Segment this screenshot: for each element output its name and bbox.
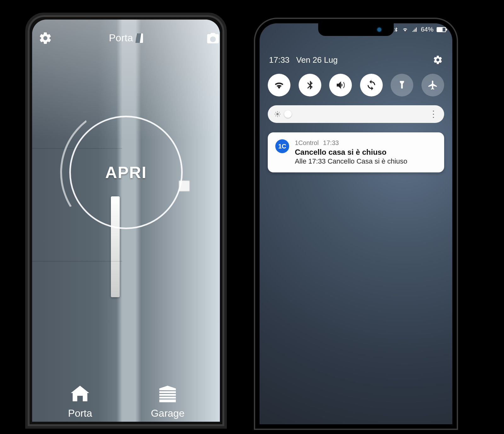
notification-shade-header: 17:33 Ven 26 Lug xyxy=(269,55,443,65)
notification-time: 17:33 xyxy=(323,139,339,147)
bottom-tab-bar: Porta Garage xyxy=(32,377,220,422)
tab-garage[interactable]: Garage xyxy=(151,383,185,419)
bluetooth-status-icon xyxy=(393,27,399,32)
brightness-thumb[interactable] xyxy=(284,110,292,118)
tab-porta-label: Porta xyxy=(68,408,92,419)
brightness-low-icon xyxy=(274,111,281,118)
phone-notch xyxy=(318,23,394,36)
phone-left: Porta APRI Porta Garage xyxy=(25,13,227,429)
qs-sound[interactable] xyxy=(329,74,352,96)
settings-icon[interactable] xyxy=(38,31,52,45)
left-header-title: Porta xyxy=(109,32,133,44)
notification-body: Alle 17:33 Cancello Casa si è chiuso xyxy=(295,157,437,165)
qs-wifi[interactable] xyxy=(268,74,290,96)
tab-garage-label: Garage xyxy=(151,408,185,419)
open-button[interactable]: APRI xyxy=(69,116,183,229)
garage-icon xyxy=(155,383,180,405)
clock-time: 17:33 xyxy=(269,55,289,65)
notification-card[interactable]: 1C 1Control 17:33 Cancello casa si è chi… xyxy=(268,132,444,172)
brightness-slider[interactable]: ⋮ xyxy=(268,105,444,123)
svg-point-0 xyxy=(276,113,278,115)
notification-title: Cancello casa si è chiuso xyxy=(295,148,437,157)
qs-autorotate[interactable] xyxy=(360,74,383,96)
left-screen: Porta APRI Porta Garage xyxy=(32,20,220,422)
qs-flashlight[interactable] xyxy=(391,74,413,96)
right-screen: 64% 17:33 Ven 26 Lug xyxy=(260,23,452,424)
battery-percent: 64% xyxy=(421,26,433,33)
notification-app-name: 1Control xyxy=(295,139,319,147)
tab-porta[interactable]: Porta xyxy=(67,383,93,419)
battery-icon xyxy=(437,27,446,32)
signal-status-icon xyxy=(411,27,418,32)
settings-icon[interactable] xyxy=(433,55,443,65)
phone-right: 64% 17:33 Ven 26 Lug xyxy=(255,19,457,429)
qs-bluetooth[interactable] xyxy=(299,74,321,96)
qs-airplane[interactable] xyxy=(421,74,444,96)
wifi-status-icon xyxy=(402,27,408,32)
quick-settings-row xyxy=(268,74,444,96)
door-icon xyxy=(136,33,143,43)
clock-date: Ven 26 Lug xyxy=(296,55,338,65)
left-top-bar: Porta xyxy=(32,32,220,44)
house-icon xyxy=(67,383,93,405)
status-bar: 64% xyxy=(393,26,446,33)
camera-icon[interactable] xyxy=(206,31,220,45)
notification-app-icon: 1C xyxy=(275,139,289,153)
open-button-label: APRI xyxy=(105,163,147,182)
